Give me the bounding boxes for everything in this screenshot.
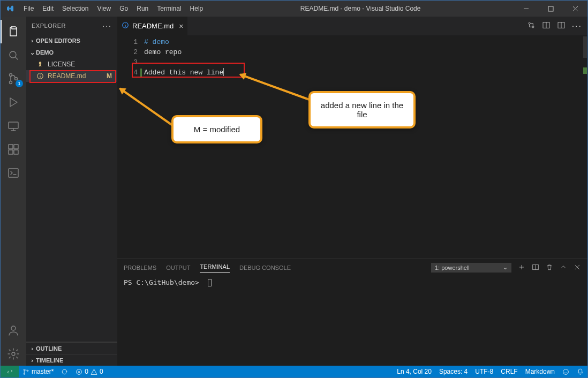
activity-source-control[interactable]: 1 (1, 67, 26, 90)
status-problems[interactable]: 0 0 (72, 366, 107, 377)
window-minimize-button[interactable] (514, 1, 538, 17)
file-license[interactable]: LICENSE (26, 58, 117, 70)
compare-changes-icon[interactable] (527, 21, 536, 32)
menu-terminal[interactable]: Terminal (153, 1, 185, 17)
svg-point-22 (24, 373, 25, 374)
editor-more-icon[interactable]: ··· (572, 21, 582, 31)
scm-badge: 1 (16, 80, 23, 87)
window-close-button[interactable] (563, 1, 587, 17)
close-panel-icon[interactable] (574, 263, 581, 272)
svg-point-11 (11, 326, 16, 330)
svg-point-12 (12, 352, 15, 356)
maximize-panel-icon[interactable] (560, 263, 567, 272)
svg-rect-6 (9, 145, 13, 149)
menu-help[interactable]: Help (186, 1, 208, 17)
menu-go[interactable]: Go (115, 1, 132, 17)
status-feedback-icon[interactable] (559, 366, 573, 377)
activity-run-debug[interactable] (1, 90, 26, 114)
explorer-more-icon[interactable]: ··· (102, 21, 112, 30)
svg-rect-7 (14, 145, 18, 149)
annotation-callout-newline: added a new line in the file (308, 91, 416, 128)
explorer-sidebar: EXPLORER ··· › OPEN EDITORS ⌄ DEMO LICEN… (26, 17, 117, 366)
activity-search[interactable] (1, 43, 26, 67)
terminal[interactable]: PS C:\GitHub\demo> (117, 276, 587, 366)
svg-point-1 (10, 51, 16, 58)
code-line-2: demo repo (144, 48, 182, 56)
svg-rect-8 (9, 150, 13, 154)
status-notifications-icon[interactable] (573, 366, 587, 377)
file-readme[interactable]: README.md M (26, 70, 117, 82)
menu-selection[interactable]: Selection (58, 1, 93, 17)
open-editors-section[interactable]: › OPEN EDITORS (26, 35, 117, 47)
menu-edit[interactable]: Edit (38, 1, 58, 17)
code-line-4: Added this new line (140, 69, 223, 77)
file-license-label: LICENSE (48, 61, 75, 68)
split-editor-icon[interactable] (557, 21, 566, 32)
status-errors-count: 0 (85, 368, 88, 375)
panel-tab-problems[interactable]: PROBLEMS (124, 264, 156, 271)
status-lncol[interactable]: Ln 4, Col 20 (393, 366, 435, 377)
kill-terminal-icon[interactable] (546, 263, 553, 272)
chevron-right-icon: › (28, 345, 36, 352)
file-readme-label: README.md (48, 72, 86, 80)
chevron-right-icon: › (28, 357, 36, 364)
activity-explorer[interactable] (1, 20, 26, 43)
folder-name: DEMO (36, 49, 54, 56)
activity-extensions[interactable] (1, 138, 26, 161)
panel-tab-terminal[interactable]: TERMINAL (200, 263, 230, 273)
panel-tab-output[interactable]: OUTPUT (166, 264, 190, 271)
terminal-selector[interactable]: 1: powershell (431, 263, 511, 273)
chevron-down-icon: ⌄ (28, 49, 36, 56)
menu-run[interactable]: Run (132, 1, 153, 17)
bottom-panel: PROBLEMS OUTPUT TERMINAL DEBUG CONSOLE 1… (117, 259, 587, 366)
tab-close-icon[interactable]: × (179, 22, 183, 31)
open-editors-label: OPEN EDITORS (36, 37, 80, 44)
status-remote[interactable] (1, 366, 19, 377)
file-modified-badge: M (107, 72, 112, 80)
svg-point-16 (529, 22, 530, 24)
status-bar: master* 0 0 Ln 4, Col 20 Spaces: 4 UTF-8… (1, 366, 587, 377)
info-file-icon (36, 72, 44, 80)
annotation-callout-modified: M = modified (171, 115, 262, 143)
menu-file[interactable]: File (19, 1, 38, 17)
code-line-1: # demo (144, 38, 169, 46)
split-terminal-icon[interactable] (532, 263, 539, 272)
title-bar: File Edit Selection View Go Run Terminal… (1, 1, 587, 17)
new-terminal-icon[interactable] (518, 263, 525, 272)
timeline-label: TIMELINE (36, 357, 63, 364)
timeline-section[interactable]: › TIMELINE (26, 354, 117, 366)
open-preview-icon[interactable] (542, 21, 551, 32)
folder-section[interactable]: ⌄ DEMO (26, 47, 117, 58)
status-language[interactable]: Markdown (522, 366, 559, 377)
activity-settings[interactable] (1, 342, 26, 366)
activity-remote-explorer[interactable] (1, 114, 26, 138)
status-encoding[interactable]: UTF-8 (471, 366, 497, 377)
status-branch[interactable]: master* (19, 366, 57, 377)
tab-readme-label: README.md (132, 22, 174, 30)
svg-point-25 (563, 369, 569, 374)
activity-bar: 1 (1, 17, 26, 366)
outline-section[interactable]: › OUTLINE (26, 342, 117, 354)
panel-tab-debug[interactable]: DEBUG CONSOLE (239, 264, 291, 271)
menu-view[interactable]: View (93, 1, 115, 17)
explorer-title: EXPLORER (32, 22, 66, 29)
activity-accounts[interactable] (1, 319, 26, 342)
status-branch-label: master* (32, 368, 54, 375)
window-maximize-button[interactable] (538, 1, 563, 17)
svg-rect-0 (548, 6, 553, 11)
info-file-icon (122, 21, 129, 31)
svg-point-17 (532, 26, 533, 27)
minimap[interactable] (582, 35, 587, 259)
menu-bar: File Edit Selection View Go Run Terminal… (19, 1, 207, 17)
terminal-prompt: PS C:\GitHub\demo> (124, 278, 199, 286)
status-spaces[interactable]: Spaces: 4 (435, 366, 471, 377)
status-eol[interactable]: CRLF (497, 366, 521, 377)
tab-readme[interactable]: README.md × (117, 17, 188, 35)
code-editor[interactable]: 1 2 3 4 # demo demo repo Added this new … (117, 35, 587, 259)
svg-rect-9 (14, 150, 18, 154)
outline-label: OUTLINE (36, 345, 62, 352)
status-sync[interactable] (57, 366, 72, 377)
editor-area: README.md × ··· 1 2 3 4 # demo demo repo (117, 17, 587, 366)
activity-remote-terminal[interactable] (1, 161, 26, 185)
chevron-right-icon: › (28, 37, 36, 44)
